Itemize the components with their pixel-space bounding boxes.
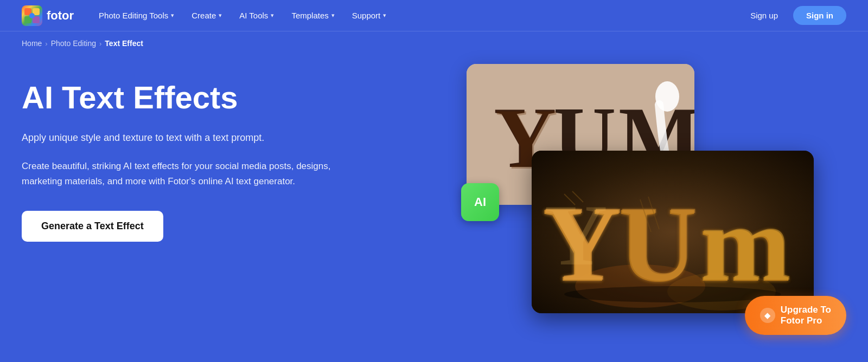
bread-yum-svg: Y Y Y U U m m xyxy=(532,151,814,313)
svg-text:m: m xyxy=(701,183,792,303)
navbar: fotor Photo Editing Tools ▾ Create ▾ AI … xyxy=(0,0,868,31)
breadcrumb-home[interactable]: Home xyxy=(22,39,42,48)
hero-desc1: Apply unique style and texture to text w… xyxy=(22,130,369,146)
ai-badge: AI xyxy=(461,183,499,221)
breadcrumb: Home › Photo Editing › Text Effect xyxy=(0,31,868,53)
svg-point-4 xyxy=(29,13,35,18)
right-images: Y U M Y AI xyxy=(434,64,846,346)
nav-support[interactable]: Support ▾ xyxy=(344,7,394,24)
hero-title: AI Text Effects xyxy=(22,80,401,115)
breadcrumb-current: Text Effect xyxy=(105,39,143,48)
chevron-down-icon: ▾ xyxy=(171,12,174,19)
hero-desc2: Create beautiful, striking AI text effec… xyxy=(22,159,369,189)
nav-templates[interactable]: Templates ▾ xyxy=(284,7,342,24)
logo[interactable]: fotor xyxy=(22,5,74,26)
signup-button[interactable]: Sign up xyxy=(742,7,787,24)
upgrade-button[interactable]: ◆ Upgrade To Fotor Pro xyxy=(745,296,846,335)
breadcrumb-photo-editing[interactable]: Photo Editing xyxy=(51,39,96,48)
signin-button[interactable]: Sign in xyxy=(793,6,846,25)
logo-icon xyxy=(22,5,42,26)
nav-items: Photo Editing Tools ▾ Create ▾ AI Tools … xyxy=(91,7,742,24)
breadcrumb-sep-1: › xyxy=(45,40,47,48)
chevron-down-icon: ▾ xyxy=(219,12,222,19)
breadcrumb-sep-2: › xyxy=(99,40,101,48)
left-content: AI Text Effects Apply unique style and t… xyxy=(22,64,401,242)
svg-point-23 xyxy=(564,286,781,302)
logo-text: fotor xyxy=(47,9,74,23)
nav-photo-editing[interactable]: Photo Editing Tools ▾ xyxy=(91,7,182,24)
cta-button[interactable]: Generate a Text Effect xyxy=(22,211,163,242)
svg-text:U: U xyxy=(620,183,698,303)
ai-badge-label: AI xyxy=(474,195,486,209)
nav-ai-tools[interactable]: AI Tools ▾ xyxy=(232,7,282,24)
chevron-down-icon: ▾ xyxy=(331,12,335,19)
chevron-down-icon: ▾ xyxy=(383,12,386,19)
main-content: AI Text Effects Apply unique style and t… xyxy=(0,53,868,362)
nav-create[interactable]: Create ▾ xyxy=(184,7,229,24)
svg-text:Y: Y xyxy=(545,187,608,283)
chevron-down-icon: ▾ xyxy=(271,12,274,19)
nav-auth: Sign up Sign in xyxy=(742,6,846,25)
diamond-icon: ◆ xyxy=(760,308,775,323)
card-bread-yum: Y Y Y U U m m xyxy=(532,151,814,313)
upgrade-text: Upgrade To Fotor Pro xyxy=(781,305,831,326)
